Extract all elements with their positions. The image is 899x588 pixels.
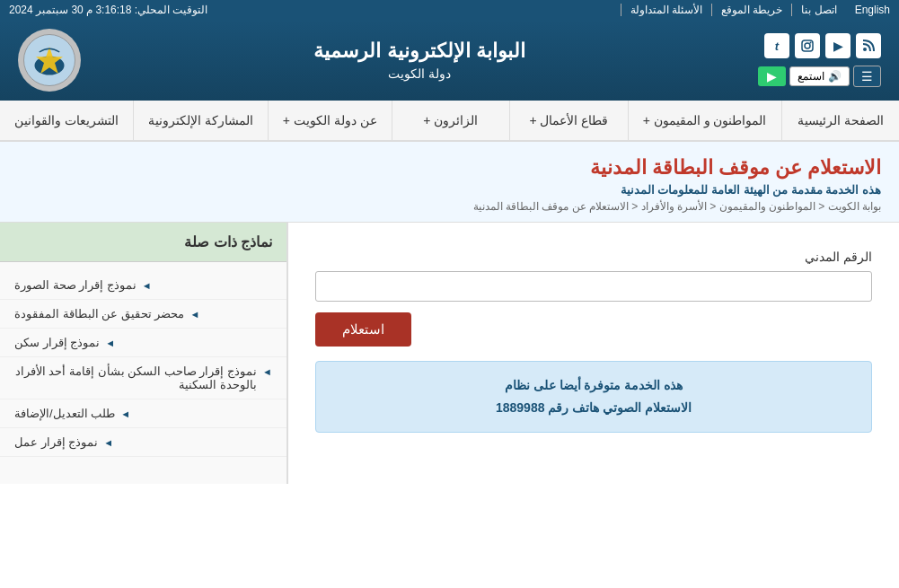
page-title-section: الاستعلام عن موقف البطاقة المدنية هذه ال… [0, 142, 899, 223]
play-button[interactable]: ▶ [758, 66, 786, 86]
arrow-icon: ◄ [189, 309, 199, 320]
sidebar-item-form1[interactable]: نموذج إقرار صحة الصورة ◄ [0, 271, 286, 300]
nav-visitors[interactable]: الزائرون + [392, 101, 511, 140]
nav-home[interactable]: الصفحة الرئيسية [782, 101, 900, 140]
site-subtitle: دولة الكويت [313, 66, 524, 81]
social-icons: ▶ t [764, 33, 881, 58]
site-title: البوابة الإلكترونية الرسمية [313, 39, 524, 63]
english-link[interactable]: English [846, 4, 890, 16]
svg-point-3 [810, 42, 812, 44]
top-bar-links: English اتصل بنا خريطة الموقع الأسئلة ال… [621, 4, 890, 16]
sidebar-item-form5[interactable]: طلب التعديل/الإضافة ◄ [0, 399, 286, 428]
submit-button[interactable]: استعلام [315, 312, 411, 347]
sidebar-item-label: طلب التعديل/الإضافة [14, 407, 115, 420]
arrow-icon: ◄ [105, 338, 115, 348]
content-divider [287, 223, 288, 484]
nav-business[interactable]: قطاع الأعمال + [510, 101, 629, 140]
sidebar-item-form6[interactable]: نموذج إقرار عمل ◄ [0, 428, 286, 457]
contact-link[interactable]: اتصل بنا [791, 4, 836, 16]
sitemap-link[interactable]: خريطة الموقع [711, 4, 782, 16]
info-text-line2: الاستعلام الصوتي هاتف رقم 1889988 [496, 400, 692, 415]
youtube-icon[interactable]: ▶ [825, 33, 851, 58]
sidebar-item-form2[interactable]: محضر تحقيق عن البطاقة المفقودة ◄ [0, 300, 286, 329]
kuwait-logo [18, 29, 81, 92]
sidebar-item-label: نموذج إقرار عمل [14, 435, 98, 449]
header-brand: البوابة الإلكترونية الرسمية دولة الكويت [313, 39, 524, 81]
nav-eparticipation[interactable]: المشاركة الإلكترونية [134, 101, 269, 140]
arrow-icon: ◄ [142, 280, 152, 291]
civil-number-label: الرقم المدني [315, 250, 872, 264]
arrow-icon: ◄ [120, 408, 130, 419]
faq-link[interactable]: الأسئلة المتداولة [621, 4, 702, 16]
sidebar-item-label: نموذج إقرار سكن [14, 336, 100, 349]
header-tools: ▶ t ☰ 🔊 استمع ▶ [758, 33, 881, 87]
main-content: الرقم المدني استعلام هذه الخدمة متوفرة أ… [0, 223, 899, 484]
sidebar-item-label: محضر تحقيق عن البطاقة المفقودة [14, 307, 184, 320]
page-subtitle: هذه الخدمة مقدمة من الهيئة العامة للمعلو… [18, 183, 881, 197]
info-text-line1: هذه الخدمة متوفرة أيضا على نظام [505, 378, 683, 392]
listen-button[interactable]: 🔊 استمع [789, 66, 850, 86]
form-section: الرقم المدني استعلام هذه الخدمة متوفرة أ… [288, 223, 899, 484]
civil-number-input[interactable] [315, 271, 872, 302]
sidebar-title: نماذج ذات صلة [0, 223, 286, 262]
sidebar-item-form3[interactable]: نموذج إقرار سكن ◄ [0, 329, 286, 357]
time-display: التوقيت المحلي: 3:16:18 م 30 سبتمبر 2024 [9, 4, 207, 16]
svg-point-2 [805, 43, 810, 48]
nav-about[interactable]: عن دولة الكويت + [269, 101, 392, 140]
sidebar-item-label: نموذج إقرار صحة الصورة [14, 278, 137, 292]
twitter-icon[interactable]: t [764, 33, 789, 58]
sidebar-list: نموذج إقرار صحة الصورة ◄ محضر تحقيق عن ا… [0, 262, 286, 466]
arrow-icon: ◄ [103, 437, 113, 448]
breadcrumb: بوابة الكويت < المواطنون والمقيمون < الأ… [18, 200, 881, 213]
info-box: هذه الخدمة متوفرة أيضا على نظام الاستعلا… [315, 361, 872, 433]
instagram-icon[interactable] [795, 33, 820, 58]
speaker-icon: 🔊 [828, 70, 842, 83]
nav-legislation[interactable]: التشريعات والقوانين [0, 101, 134, 140]
page-title: الاستعلام عن موقف البطاقة المدنية [18, 156, 881, 180]
nav-bar: الصفحة الرئيسية المواطنون و المقيمون + ق… [0, 101, 899, 142]
sidebar-item-label: نموذج إقرار صاحب السكن بشأن إقامة أحد ال… [14, 364, 257, 391]
sidebar: نماذج ذات صلة نموذج إقرار صحة الصورة ◄ م… [0, 223, 287, 484]
listen-controls: ☰ 🔊 استمع ▶ [758, 66, 881, 87]
sidebar-item-form4[interactable]: نموذج إقرار صاحب السكن بشأن إقامة أحد ال… [0, 357, 286, 399]
menu-button[interactable]: ☰ [853, 66, 881, 87]
top-bar: English اتصل بنا خريطة الموقع الأسئلة ال… [0, 0, 899, 20]
arrow-icon: ◄ [262, 366, 272, 377]
svg-point-0 [863, 48, 867, 51]
rss-icon[interactable] [856, 33, 881, 58]
nav-citizens[interactable]: المواطنون و المقيمون + [629, 101, 782, 140]
header: ▶ t ☰ 🔊 استمع ▶ البوابة الإلكترونية الرس… [0, 20, 899, 101]
